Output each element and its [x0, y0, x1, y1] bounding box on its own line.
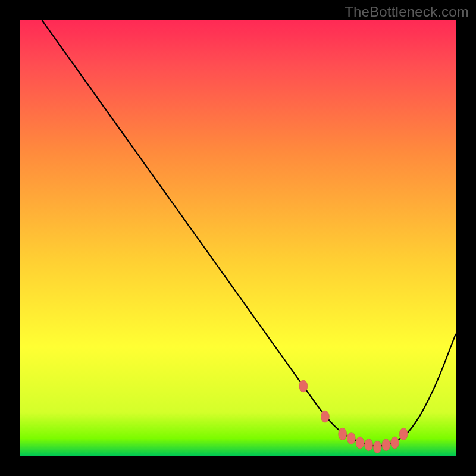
plot-area — [20, 20, 456, 456]
bead-point — [365, 439, 373, 451]
sweet-spot-beads — [299, 380, 408, 453]
bead-point — [339, 428, 347, 440]
bead-point — [382, 439, 390, 451]
watermark-text: TheBottleneck.com — [345, 4, 469, 20]
chart-svg — [20, 20, 456, 456]
bottleneck-curve — [42, 20, 456, 446]
bead-point — [347, 433, 355, 444]
chart-frame: TheBottleneck.com — [0, 0, 476, 476]
bead-point — [391, 437, 399, 449]
bead-point — [399, 428, 408, 440]
bead-point — [321, 411, 329, 422]
bead-point — [373, 441, 381, 453]
bead-point — [356, 437, 364, 449]
bead-point — [299, 380, 308, 392]
